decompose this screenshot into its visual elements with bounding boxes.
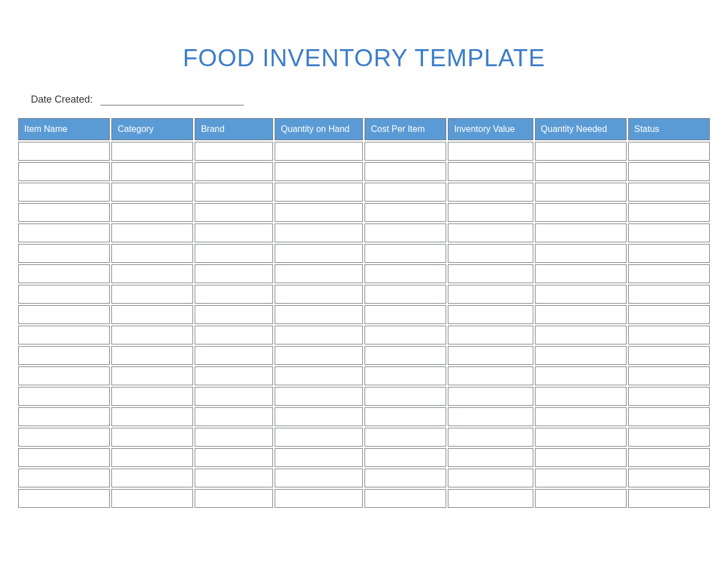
- table-cell[interactable]: [275, 285, 363, 304]
- table-cell[interactable]: [111, 203, 193, 222]
- table-cell[interactable]: [195, 469, 273, 487]
- table-cell[interactable]: [111, 162, 193, 181]
- table-cell[interactable]: [365, 142, 446, 161]
- table-cell[interactable]: [195, 489, 273, 508]
- table-cell[interactable]: [365, 367, 446, 385]
- table-cell[interactable]: [275, 305, 363, 324]
- table-cell[interactable]: [111, 489, 193, 508]
- table-cell[interactable]: [535, 326, 627, 344]
- table-cell[interactable]: [111, 224, 193, 242]
- table-cell[interactable]: [628, 285, 710, 304]
- table-cell[interactable]: [111, 428, 193, 447]
- table-cell[interactable]: [195, 183, 273, 201]
- table-cell[interactable]: [111, 285, 193, 304]
- table-cell[interactable]: [111, 142, 193, 161]
- table-cell[interactable]: [195, 224, 273, 242]
- table-cell[interactable]: [275, 489, 363, 508]
- table-cell[interactable]: [365, 264, 446, 283]
- table-cell[interactable]: [628, 407, 710, 426]
- table-cell[interactable]: [628, 428, 710, 447]
- table-cell[interactable]: [365, 326, 446, 344]
- table-cell[interactable]: [18, 387, 110, 406]
- table-cell[interactable]: [448, 183, 533, 201]
- table-cell[interactable]: [18, 346, 110, 365]
- table-cell[interactable]: [18, 305, 110, 324]
- table-cell[interactable]: [448, 489, 533, 508]
- table-cell[interactable]: [448, 326, 533, 344]
- table-cell[interactable]: [365, 162, 446, 181]
- table-cell[interactable]: [18, 407, 110, 426]
- table-cell[interactable]: [535, 407, 627, 426]
- table-cell[interactable]: [18, 448, 110, 467]
- table-cell[interactable]: [448, 264, 533, 283]
- table-cell[interactable]: [195, 407, 273, 426]
- table-cell[interactable]: [195, 244, 273, 263]
- table-cell[interactable]: [111, 326, 193, 344]
- table-cell[interactable]: [535, 305, 627, 324]
- table-cell[interactable]: [275, 346, 363, 365]
- table-cell[interactable]: [275, 264, 363, 283]
- table-cell[interactable]: [628, 469, 710, 487]
- table-cell[interactable]: [535, 183, 627, 201]
- table-cell[interactable]: [365, 407, 446, 426]
- table-cell[interactable]: [111, 183, 193, 201]
- table-cell[interactable]: [195, 142, 273, 161]
- table-cell[interactable]: [628, 305, 710, 324]
- table-cell[interactable]: [18, 183, 110, 201]
- table-cell[interactable]: [275, 142, 363, 161]
- table-cell[interactable]: [535, 264, 627, 283]
- table-cell[interactable]: [448, 224, 533, 242]
- table-cell[interactable]: [275, 162, 363, 181]
- table-cell[interactable]: [111, 387, 193, 406]
- table-cell[interactable]: [18, 142, 110, 161]
- table-cell[interactable]: [275, 244, 363, 263]
- table-cell[interactable]: [628, 244, 710, 263]
- table-cell[interactable]: [111, 469, 193, 487]
- table-cell[interactable]: [195, 264, 273, 283]
- table-cell[interactable]: [448, 407, 533, 426]
- table-cell[interactable]: [111, 367, 193, 385]
- table-cell[interactable]: [18, 264, 110, 283]
- table-cell[interactable]: [275, 407, 363, 426]
- table-cell[interactable]: [365, 387, 446, 406]
- table-cell[interactable]: [628, 387, 710, 406]
- table-cell[interactable]: [275, 387, 363, 406]
- table-cell[interactable]: [111, 407, 193, 426]
- table-cell[interactable]: [111, 346, 193, 365]
- table-cell[interactable]: [365, 448, 446, 467]
- table-cell[interactable]: [365, 244, 446, 263]
- table-cell[interactable]: [365, 203, 446, 222]
- table-cell[interactable]: [275, 224, 363, 242]
- table-cell[interactable]: [448, 162, 533, 181]
- table-cell[interactable]: [275, 183, 363, 201]
- table-cell[interactable]: [448, 448, 533, 467]
- table-cell[interactable]: [535, 469, 627, 487]
- table-cell[interactable]: [535, 489, 627, 508]
- table-cell[interactable]: [275, 326, 363, 344]
- table-cell[interactable]: [111, 305, 193, 324]
- table-cell[interactable]: [628, 162, 710, 181]
- table-cell[interactable]: [18, 203, 110, 222]
- table-cell[interactable]: [365, 285, 446, 304]
- table-cell[interactable]: [195, 203, 273, 222]
- table-cell[interactable]: [195, 387, 273, 406]
- table-cell[interactable]: [535, 387, 627, 406]
- table-cell[interactable]: [628, 183, 710, 201]
- table-cell[interactable]: [448, 305, 533, 324]
- table-cell[interactable]: [448, 387, 533, 406]
- table-cell[interactable]: [18, 285, 110, 304]
- table-cell[interactable]: [365, 469, 446, 487]
- table-cell[interactable]: [535, 448, 627, 467]
- table-cell[interactable]: [628, 224, 710, 242]
- table-cell[interactable]: [111, 448, 193, 467]
- table-cell[interactable]: [535, 244, 627, 263]
- table-cell[interactable]: [18, 428, 110, 447]
- table-cell[interactable]: [535, 367, 627, 385]
- table-cell[interactable]: [628, 489, 710, 508]
- table-cell[interactable]: [18, 244, 110, 263]
- table-cell[interactable]: [448, 428, 533, 447]
- table-cell[interactable]: [195, 162, 273, 181]
- table-cell[interactable]: [18, 367, 110, 385]
- table-cell[interactable]: [365, 346, 446, 365]
- table-cell[interactable]: [195, 326, 273, 344]
